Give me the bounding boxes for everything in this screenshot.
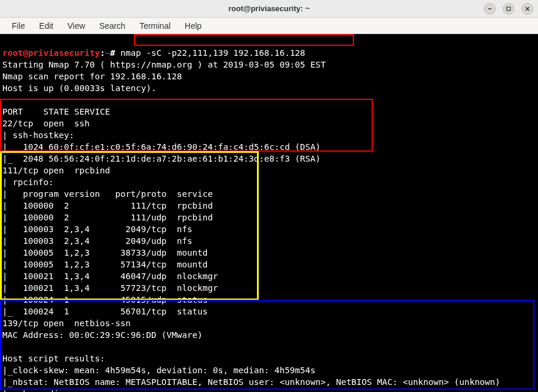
output-line: | 100024 1 45015/udp status — [2, 295, 208, 304]
menu-search[interactable]: Search — [93, 19, 131, 33]
menu-terminal[interactable]: Terminal — [133, 19, 176, 33]
minimize-button[interactable] — [484, 3, 496, 15]
menu-file[interactable]: File — [6, 19, 31, 33]
output-line: | 100000 2 111/udp rpcbind — [2, 213, 213, 222]
close-icon — [524, 6, 530, 12]
terminal-body[interactable]: root@priviasecurity:~# nmap -sC -p22,111… — [0, 34, 538, 392]
output-line: Starting Nmap 7.70 ( https://nmap.org ) … — [2, 60, 326, 69]
terminal-window: root@priviasecurity: ~ File Edit View Se… — [0, 0, 538, 392]
output-line: 111/tcp open rpcbind — [2, 166, 110, 175]
menubar: File Edit View Search Terminal Help — [0, 18, 538, 34]
output-line: | 100003 2,3,4 2049/udp nfs — [2, 236, 192, 246]
prompt-user-host: root@priviasecurity — [2, 48, 100, 58]
output-line: | smb-os-discovery: — [2, 389, 100, 392]
output-line: Nmap scan report for 192.168.16.128 — [2, 72, 182, 81]
output-line: Host script results: — [2, 354, 105, 363]
output-line: 139/tcp open netbios-ssn — [2, 319, 131, 328]
output-line: |_ 2048 56:56:24:0f:21:1d:de:a7:2b:ae:61… — [2, 154, 320, 163]
titlebar: root@priviasecurity: ~ — [0, 0, 538, 18]
output-line: | 100000 2 111/tcp rpcbind — [2, 201, 213, 210]
output-line: | 100003 2,3,4 2049/tcp nfs — [2, 225, 192, 234]
close-button[interactable] — [522, 3, 533, 15]
window-controls — [484, 3, 533, 15]
maximize-button[interactable] — [503, 3, 514, 15]
output-line: 22/tcp open ssh — [2, 119, 89, 128]
output-line: Host is up (0.00033s latency). — [2, 83, 156, 93]
output-header: PORT STATE SERVICE — [2, 107, 110, 116]
output-line: | 100021 1,3,4 46047/udp nlockmgr — [2, 272, 218, 281]
maximize-icon — [506, 6, 512, 12]
output-line: | 1024 60:0f:cf:e1:c0:5f:6a:74:d6:90:24:… — [2, 142, 320, 152]
menu-help[interactable]: Help — [179, 19, 208, 33]
minimize-icon — [487, 6, 493, 12]
output-line: | 100005 1,2,3 38733/udp mountd — [2, 248, 208, 257]
output-line: |_nbstat: NetBIOS name: METASPLOITABLE, … — [2, 377, 500, 387]
output-line: | 100005 1,2,3 57134/tcp mountd — [2, 260, 208, 269]
output-line: MAC Address: 00:0C:29:9C:96:DD (VMware) — [2, 330, 202, 340]
prompt-hash: # — [110, 48, 115, 58]
output-line: |_clock-skew: mean: 4h59m54s, deviation:… — [2, 366, 316, 375]
menu-view[interactable]: View — [62, 19, 91, 33]
output-line: | ssh-hostkey: — [2, 130, 74, 140]
command-text: nmap -sC -p22,111,139 192.168.16.128 — [121, 48, 305, 58]
prompt-colon: : — [100, 48, 105, 58]
highlight-command — [134, 34, 354, 46]
output-line: | 100021 1,3,4 57723/tcp nlockmgr — [2, 283, 218, 293]
menu-edit[interactable]: Edit — [34, 19, 59, 33]
output-line: | program version port/proto service — [2, 189, 213, 199]
window-title: root@priviasecurity: ~ — [228, 4, 309, 13]
svg-rect-1 — [507, 7, 510, 11]
output-line: |_ 100024 1 56701/tcp status — [2, 307, 208, 316]
output-line: | rpcinfo: — [2, 177, 54, 187]
